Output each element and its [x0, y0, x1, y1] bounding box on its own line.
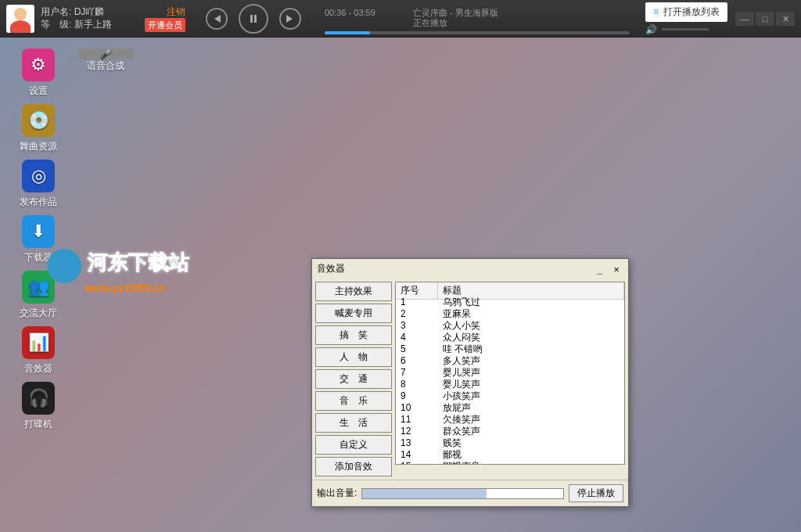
category-button-4[interactable]: 交 通: [315, 369, 392, 389]
desktop-area: ⚙设置💿舞曲资源◎发布作品⬇下载器👥交流大厅📊音效器🎧打碟机 🎤 语音合成 河东…: [0, 38, 801, 532]
desktop-icon-2[interactable]: ◎发布作品: [11, 160, 66, 209]
list-item[interactable]: 6多人笑声: [396, 355, 624, 367]
list-item[interactable]: 9小孩笑声: [396, 390, 624, 402]
app-icon: ⬇: [31, 221, 45, 242]
song-title: 亡灵序曲 - 男生海豚版: [413, 8, 498, 18]
list-item[interactable]: 5哇 不错哟: [396, 343, 624, 355]
list-item[interactable]: 3众人小笑: [396, 320, 624, 332]
app-icon: 🎧: [28, 388, 49, 408]
desktop-icon-6[interactable]: 🎧打碟机: [11, 382, 66, 431]
vip-badge[interactable]: 开通会员: [145, 18, 185, 32]
maximize-button[interactable]: □: [756, 12, 774, 26]
list-icon: ≡: [653, 6, 659, 17]
watermark: 河东下载站 www.pc0359.cn: [47, 249, 189, 294]
svg-rect-0: [250, 15, 253, 23]
category-button-6[interactable]: 生 活: [315, 413, 392, 433]
sound-list: 序号 标题 1乌鸦飞过2亚麻呆3众人小笑4众人闷笑5哇 不错哟6多人笑声7婴儿哭…: [395, 282, 625, 465]
dialog-title: 音效器: [317, 262, 345, 275]
stop-playback-button[interactable]: 停止播放: [569, 484, 623, 502]
minimize-button[interactable]: —: [735, 12, 754, 26]
category-button-1[interactable]: 喊麦专用: [315, 304, 392, 323]
svg-rect-1: [254, 15, 257, 23]
username: DJ吖麟: [74, 6, 105, 17]
close-button[interactable]: ✕: [776, 12, 795, 26]
category-button-8[interactable]: 添加音效: [315, 457, 392, 476]
app-icon: ⚙: [31, 55, 46, 75]
dialog-minimize-button[interactable]: _: [593, 264, 607, 275]
dialog-close-button[interactable]: ✕: [609, 264, 623, 275]
desktop-icon-voice[interactable]: 🎤 语音合成: [78, 49, 133, 73]
pause-button[interactable]: [239, 4, 268, 34]
time-display: 00:36 - 03:59: [325, 8, 375, 28]
open-playlist-button[interactable]: ≡ 打开播放列表: [645, 2, 727, 22]
category-button-7[interactable]: 自定义: [315, 435, 392, 455]
level-value: 新手上路: [74, 19, 112, 30]
app-icon: 📊: [28, 332, 49, 353]
desktop-icon-0[interactable]: ⚙设置: [11, 49, 66, 98]
category-button-5[interactable]: 音 乐: [315, 391, 392, 411]
username-label: 用户名:: [41, 6, 71, 17]
category-button-2[interactable]: 搞 笑: [315, 325, 392, 345]
list-item[interactable]: 1乌鸦飞过: [396, 297, 624, 308]
app-icon: 💿: [28, 110, 49, 131]
play-status: 正在播放: [413, 18, 498, 28]
category-button-0[interactable]: 主持效果: [315, 282, 392, 301]
list-item[interactable]: 2亚麻呆: [396, 308, 624, 320]
list-item[interactable]: 7婴儿哭声: [396, 367, 624, 379]
player-topbar: 用户名: DJ吖麟 注销 等 级: 新手上路 开通会员 00:36 - 03:5…: [0, 0, 801, 38]
output-volume-slider[interactable]: [361, 488, 564, 499]
desktop-icon-5[interactable]: 📊音效器: [11, 326, 66, 376]
mic-icon: 🎤: [100, 49, 112, 59]
list-item[interactable]: 10放屁声: [396, 402, 624, 414]
list-item[interactable]: 13贱笑: [396, 437, 624, 449]
list-item[interactable]: 12群众笑声: [396, 426, 624, 437]
level-label: 等 级:: [41, 19, 71, 30]
list-item[interactable]: 11欠揍笑声: [396, 414, 624, 426]
list-item[interactable]: 8婴儿笑声: [396, 379, 624, 390]
user-panel: 用户名: DJ吖麟 注销 等 级: 新手上路 开通会员: [0, 3, 192, 34]
progress-area: 00:36 - 03:59 亡灵序曲 - 男生海豚版 正在播放: [315, 3, 639, 34]
right-controls: ≡ 打开播放列表 🔊 — □ ✕: [639, 2, 801, 35]
list-item[interactable]: 4众人闷笑: [396, 332, 624, 343]
app-icon: 👥: [28, 277, 49, 297]
progress-bar[interactable]: [325, 31, 630, 34]
list-item[interactable]: 15鄙视声音: [396, 461, 624, 464]
volume-label: 输出音量:: [317, 487, 357, 500]
volume-icon[interactable]: 🔊: [645, 24, 657, 35]
list-item[interactable]: 14鄙视: [396, 449, 624, 461]
volume-slider[interactable]: [662, 28, 709, 31]
category-button-3[interactable]: 人 物: [315, 347, 392, 367]
next-button[interactable]: [279, 8, 301, 30]
playback-controls: [192, 4, 315, 34]
watermark-logo: [47, 249, 81, 283]
prev-button[interactable]: [206, 8, 228, 30]
logout-link[interactable]: 注销: [167, 5, 185, 18]
sound-effect-dialog: 音效器 _ ✕ 主持效果喊麦专用搞 笑人 物交 通音 乐生 活自定义添加音效 序…: [311, 258, 629, 507]
app-icon: ◎: [31, 166, 46, 186]
desktop-icon-1[interactable]: 💿舞曲资源: [11, 104, 66, 153]
avatar[interactable]: [6, 5, 34, 33]
